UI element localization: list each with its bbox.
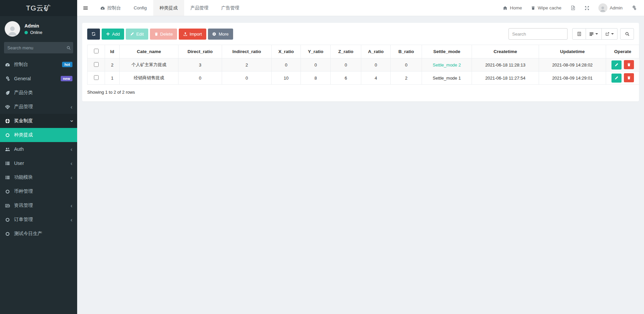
cell-operate — [606, 72, 640, 85]
sidebar-menu: 控制台 hot General new 产品分类 产品管理 ‹ 奖金制度 ‹ — [0, 57, 77, 241]
sidebar-item-test-today-production[interactable]: 测试今日生产 — [0, 227, 77, 241]
toggle-view-button[interactable] — [572, 28, 586, 40]
wipe-cache-link[interactable]: Wipe cache — [531, 5, 561, 10]
table-search-input[interactable] — [508, 28, 568, 40]
column-header-createtime[interactable]: Createtime — [472, 45, 539, 58]
language-icon — [571, 5, 576, 10]
chevron-left-icon: ‹ — [70, 104, 72, 110]
sidebar-item-coin-mgmt[interactable]: 币种管理 — [0, 184, 77, 198]
home-label: Home — [510, 5, 522, 10]
search-icon[interactable] — [66, 46, 71, 50]
chevron-left-icon: ‹ — [70, 175, 72, 180]
column-header-settle-mode[interactable]: Settle_mode — [422, 45, 472, 58]
refresh-icon — [91, 32, 96, 36]
select-all-checkbox[interactable] — [94, 49, 99, 53]
settings-button[interactable] — [632, 5, 637, 10]
column-header-z-ratio[interactable]: Z_ratio — [331, 45, 361, 58]
add-label: Add — [112, 32, 120, 37]
column-header-indirect-ratio[interactable]: Indirect_ratio — [222, 45, 272, 58]
column-header-operate[interactable]: Operate — [606, 45, 640, 58]
sidebar-item-label: 种类提成 — [14, 132, 33, 138]
add-button[interactable]: Add — [102, 29, 124, 40]
tab-dashboard[interactable]: 控制台 — [94, 0, 127, 16]
sidebar-item-auth[interactable]: Auth ‹ — [0, 142, 77, 156]
tab-product-mgmt[interactable]: 产品管理 — [184, 0, 215, 16]
import-label: Import — [190, 32, 202, 37]
columns-dropdown-button[interactable] — [586, 28, 602, 40]
gem-icon — [5, 104, 10, 109]
sidebar-item-order-mgmt[interactable]: 订单管理 ‹ — [0, 213, 77, 227]
tab-config[interactable]: Config — [127, 0, 153, 16]
admin-label: Admin — [610, 5, 623, 10]
delete-button[interactable]: Delete — [150, 29, 177, 40]
sidebar-item-general[interactable]: General new — [0, 72, 77, 86]
user-name: Admin — [24, 23, 42, 29]
new-badge: new — [61, 76, 72, 81]
chevron-left-icon: ‹ — [70, 161, 72, 166]
row-checkbox[interactable] — [94, 62, 99, 67]
sidebar-search-input[interactable] — [7, 45, 66, 50]
cell-b-ratio: 0 — [391, 58, 422, 72]
sidebar-toggle-button[interactable] — [77, 0, 94, 16]
delete-row-button[interactable] — [624, 60, 634, 69]
export-dropdown-button[interactable] — [602, 28, 618, 40]
pencil-icon — [614, 63, 619, 67]
tab-ad-mgmt[interactable]: 广告管理 — [215, 0, 246, 16]
table-row: 1 经销商销售提成 0 0 10 8 6 4 2 Settle_mode 1 2… — [88, 72, 640, 85]
admin-menu[interactable]: Admin — [598, 3, 623, 12]
cell-updatetime: 2021-08-09 14:29:01 — [539, 72, 606, 85]
column-header-direct-ratio[interactable]: Direct_ratio — [178, 45, 222, 58]
sidebar-item-user[interactable]: User ‹ — [0, 156, 77, 170]
sidebar-item-product-category[interactable]: 产品分类 — [0, 86, 77, 100]
sidebar-item-bonus-system[interactable]: 奖金制度 ‹ — [0, 114, 77, 128]
row-select-cell — [88, 72, 105, 85]
ring-icon — [5, 119, 10, 124]
edit-row-button[interactable] — [611, 60, 622, 70]
sidebar-item-category-commission[interactable]: 种类提成 — [0, 128, 77, 142]
column-header-b-ratio[interactable]: B_ratio — [391, 45, 422, 58]
sidebar-item-label: 产品管理 — [14, 104, 33, 110]
column-header-updatetime[interactable]: Updatetime — [539, 45, 606, 58]
column-header-y-ratio[interactable]: Y_ratio — [301, 45, 331, 58]
topbar-right: Home Wipe cache Admin — [503, 0, 644, 16]
row-checkbox[interactable] — [94, 75, 99, 80]
tab-category-commission[interactable]: 种类提成 — [153, 0, 184, 16]
cell-operate — [606, 58, 640, 72]
hamburger-icon — [83, 5, 88, 11]
toolbar-right — [508, 28, 634, 40]
sidebar-item-news-mgmt[interactable]: 资讯管理 ‹ — [0, 198, 77, 213]
sidebar-item-product-mgmt[interactable]: 产品管理 ‹ — [0, 100, 77, 114]
advanced-search-button[interactable] — [620, 28, 634, 40]
pencil-icon — [614, 76, 619, 80]
column-header-cate-name[interactable]: Cate_name — [120, 45, 178, 58]
column-header-id[interactable]: Id — [105, 45, 120, 58]
fullscreen-button[interactable] — [585, 6, 589, 10]
cell-createtime: 2021-06-18 11:27:54 — [472, 72, 539, 85]
sidebar-item-label: General — [14, 76, 31, 81]
table-row: 2 个人矿主算力提成 3 2 0 0 0 0 0 Settle_mode 2 2… — [88, 58, 640, 72]
cell-settle-mode[interactable]: Settle_mode 1 — [422, 72, 472, 85]
sidebar-item-label: 测试今日生产 — [14, 231, 42, 237]
gears-icon — [5, 76, 10, 81]
refresh-button[interactable] — [87, 29, 100, 40]
cell-cate-name: 经销商销售提成 — [120, 72, 178, 85]
import-button[interactable]: Import — [179, 29, 206, 40]
edit-row-button[interactable] — [611, 74, 622, 83]
caret-down-icon — [611, 33, 614, 35]
more-button[interactable]: More — [208, 29, 233, 40]
brand-logo[interactable]: TG云矿 — [0, 0, 77, 16]
sidebar-item-label: User — [14, 161, 24, 166]
language-button[interactable] — [571, 5, 576, 10]
edit-button[interactable]: Edit — [126, 29, 148, 40]
column-header-x-ratio[interactable]: X_ratio — [272, 45, 301, 58]
column-header-a-ratio[interactable]: A_ratio — [361, 45, 391, 58]
home-link[interactable]: Home — [503, 5, 522, 10]
hot-badge: hot — [62, 62, 72, 67]
delete-row-button[interactable] — [624, 73, 634, 82]
cell-settle-mode[interactable]: Settle_mode 2 — [422, 58, 472, 72]
cell-indirect-ratio: 2 — [222, 58, 272, 72]
select-all-header[interactable] — [88, 45, 105, 58]
sidebar-item-function-module[interactable]: 功能模块 ‹ — [0, 170, 77, 184]
sidebar-item-dashboard[interactable]: 控制台 hot — [0, 57, 77, 72]
cell-a-ratio: 0 — [361, 58, 391, 72]
